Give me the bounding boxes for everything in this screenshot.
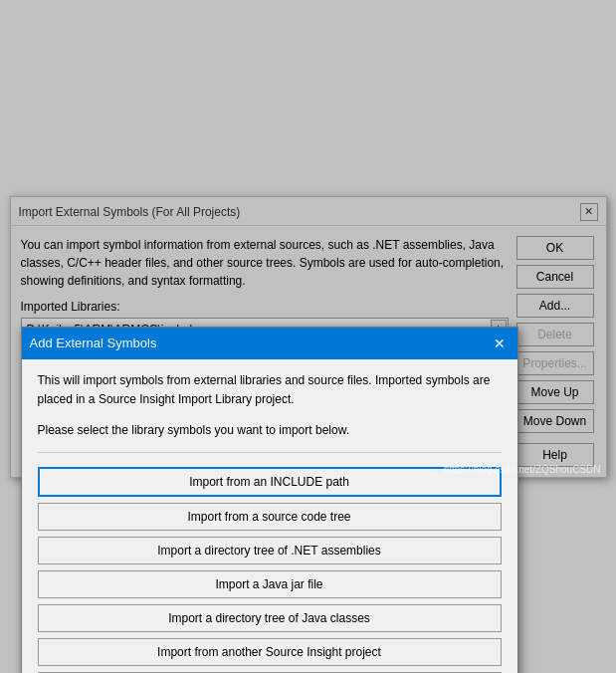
inner-dialog-overlay: Add External Symbols ✕ This will import …	[11, 197, 606, 477]
import-java-jar-button[interactable]: Import a Java jar file	[38, 570, 502, 598]
import-source-tree-button[interactable]: Import from a source code tree	[38, 503, 502, 531]
outer-dialog: Import External Symbols (For All Project…	[10, 196, 607, 478]
inner-dialog-body: This will import symbols from external l…	[22, 359, 517, 674]
import-include-path-button[interactable]: Import from an INCLUDE path	[38, 467, 502, 497]
inner-description-2: Please select the library symbols you wa…	[38, 421, 502, 440]
import-source-insight-project-button[interactable]: Import from another Source Insight proje…	[38, 638, 502, 666]
inner-title-bar: Add External Symbols ✕	[22, 328, 517, 359]
inner-close-button[interactable]: ✕	[490, 334, 510, 353]
import-dotnet-assemblies-button[interactable]: Import a directory tree of .NET assembli…	[38, 537, 502, 564]
inner-dialog-title: Add External Symbols	[30, 336, 157, 350]
divider	[38, 452, 502, 453]
inner-dialog: Add External Symbols ✕ This will import …	[21, 327, 518, 674]
import-java-classes-button[interactable]: Import a directory tree of Java classes	[38, 604, 502, 632]
inner-description-1: This will import symbols from external l…	[38, 371, 502, 409]
